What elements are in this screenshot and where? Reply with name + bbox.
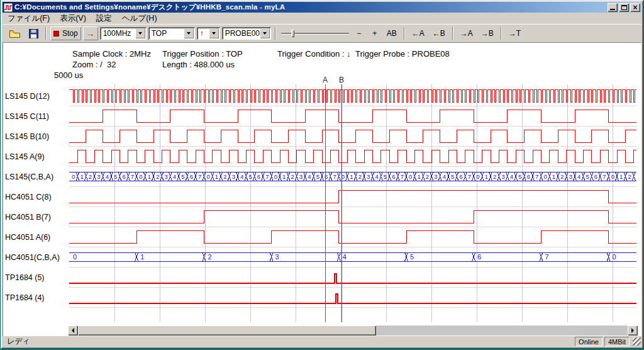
scroll-left-button[interactable] [68,325,78,336]
zoom-in-button[interactable]: + [368,26,382,40]
toolbar-separator [501,27,502,40]
scrollbar-thumb[interactable] [78,325,376,336]
stop-label: Stop [62,29,78,38]
bus-value: 0 [341,173,345,180]
trigger-position-dropdown-button[interactable] [184,28,194,38]
close-icon: × [633,4,637,11]
bus-value: 6 [594,173,597,180]
bus-value: 0 [73,253,77,261]
probe-select[interactable]: PROBE00 [222,27,271,40]
signal-trace [69,210,636,223]
trigger-edge-select[interactable]: ↑ [197,27,220,40]
bus-value: 4 [240,173,243,180]
toolbar-separator [452,27,453,40]
bus-value: 3 [232,173,235,180]
bus-value: 6 [527,173,530,180]
bus-value: 6 [257,173,260,180]
minimize-icon [610,9,615,10]
triangle-left-icon [72,328,74,333]
minimize-button[interactable] [608,3,618,12]
channel-label: HC4051 B(7) [5,213,51,222]
ab-cursor-button[interactable]: AB [384,26,400,40]
bus-value: 4 [375,173,378,180]
channel-label: TP1684 (5) [5,273,45,282]
scroll-right-button[interactable] [628,325,638,336]
bus-value: 1 [282,173,286,180]
bus-value: 2 [156,173,159,180]
bus-value: 3 [275,253,279,261]
open-folder-icon [9,29,21,38]
bus-value: 1 [485,173,488,180]
bus-value: 5 [410,253,414,261]
status-message: レディ [7,336,573,347]
goto-a-left-button[interactable]: ←A [409,26,428,40]
bus-value: 2 [89,173,92,180]
bus-value: 5 [114,173,117,180]
bus-value: 2 [291,173,294,180]
bus-value: 3 [97,173,100,180]
horizontal-scrollbar[interactable] [68,325,638,336]
bus-value: 4 [106,173,109,180]
waveform-area[interactable]: LS145 D(12)LS145 C(11)LS145 B(10)LS145 A… [3,42,641,337]
trigger-edge-value: ↑ [200,29,204,38]
menu-view[interactable]: 表示(V) [55,13,91,25]
probe-dropdown-button[interactable] [260,28,270,38]
run-arrow-icon: → [86,28,95,38]
menu-settings[interactable]: 設定 [91,13,117,25]
stop-button[interactable]: Stop [50,26,81,40]
signal-trace [69,190,636,203]
menu-file[interactable]: ファイル(F) [3,13,55,25]
scrollbar-track[interactable] [376,325,628,336]
bus-value: 6 [392,173,395,180]
signal-trace [69,150,636,162]
channel-label: LS145(C,B,A) [5,172,53,181]
bus-value: 3 [299,173,303,180]
title-bar[interactable]: C:¥Documents and Settings¥noname¥デスクトップ¥… [3,2,641,13]
online-indicator: Online [575,337,602,346]
trigger-edge-dropdown-button[interactable] [209,28,219,38]
bus-value: 4 [308,173,311,180]
menu-help[interactable]: ヘルプ(H) [117,13,162,25]
bus-value: 7 [198,173,201,180]
maximize-button[interactable] [619,3,629,12]
zoom-out-button[interactable]: − [352,26,366,40]
slider-thumb[interactable] [291,30,294,37]
bus-value: 1 [417,173,420,180]
window-controls: × [608,3,640,12]
bus-value: 4 [510,173,513,180]
goto-b-left-button[interactable]: ←B [430,26,448,40]
channel-label: LS145 A(9) [5,152,45,161]
resize-grip[interactable] [633,337,641,346]
bus-value: 7 [468,173,471,180]
clock-rate-select[interactable]: 100MHz [100,27,147,40]
chevron-down-icon [263,32,267,35]
clock-rate-dropdown-button[interactable] [135,28,145,38]
channel-label: LS145 D(12) [5,92,50,101]
bus-value: 0 [476,173,479,180]
pulse-trace [69,274,636,283]
run-button[interactable]: → [83,26,98,40]
trigger-position-select[interactable]: TOP [148,27,195,40]
bus-value: 7 [333,173,336,180]
chevron-down-icon [138,32,142,35]
bus-value: 3 [164,173,167,180]
bus-value: 3 [367,173,370,180]
bus-value: 0 [409,173,412,180]
channel-label: HC4051 C(8) [5,193,52,201]
close-button[interactable]: × [630,3,640,12]
goto-a-right-button[interactable]: →A [457,26,476,40]
bus-value: 2 [208,253,211,261]
goto-b-right-button[interactable]: →B [478,26,497,40]
bus-value: 1 [350,173,353,180]
save-button[interactable] [26,26,42,40]
bus-value: 7 [265,173,269,180]
bus-value: 5 [316,173,319,180]
zoom-slider[interactable] [280,26,350,40]
bus-value: 6 [477,253,481,261]
goto-trigger-button[interactable]: →T [506,26,524,40]
triangle-right-icon [631,328,634,333]
bus-value: 0 [274,173,277,180]
open-button[interactable] [6,26,24,40]
channel-label: LS145 C(11) [5,112,49,121]
app-icon [4,3,13,12]
